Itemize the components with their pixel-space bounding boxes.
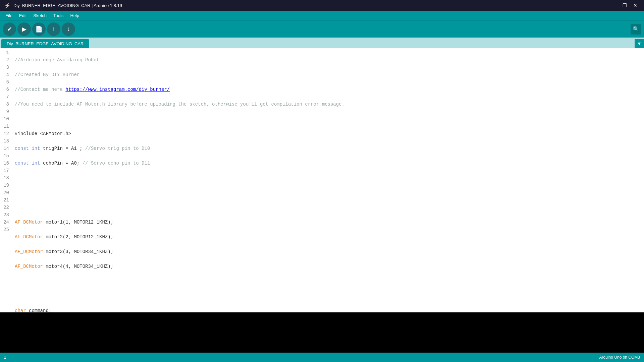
code-line-6: #include <AFMotor.h> [15, 130, 641, 137]
menu-help[interactable]: Help [67, 12, 82, 19]
title-bar-left: ⚡ Diy_BURNER_EDGE_AVOIDING_CAR | Arduino… [4, 2, 122, 9]
code-line-4: //You need to include AF Motor.h library… [15, 101, 641, 108]
save-button[interactable]: ↓ [62, 22, 75, 36]
status-right: Arduino Uno on COM3 [599, 355, 640, 360]
minimize-button[interactable]: — [609, 2, 619, 9]
tab-scroll-button[interactable]: ▼ [635, 39, 644, 48]
menu-file[interactable]: File [3, 12, 15, 19]
toolbar: ✔ ▶ 📄 ↑ ↓ 🔍 [0, 20, 644, 38]
code-line-3: //Contact me here https://www.instagram.… [15, 86, 641, 93]
verify-button[interactable]: ✔ [3, 22, 16, 36]
menu-sketch[interactable]: Sketch [31, 12, 49, 19]
title-bar: ⚡ Diy_BURNER_EDGE_AVOIDING_CAR | Arduino… [0, 0, 644, 11]
search-button[interactable]: 🔍 [631, 24, 641, 35]
app-icon: ⚡ [4, 2, 11, 9]
code-line-11 [15, 204, 641, 211]
code-line-7: const int trigPin = A1 ; //Servo trig pi… [15, 145, 641, 152]
code-line-2: //Created By DIY Burner [15, 71, 641, 78]
line-numbers: 12345 678910 1112131415 1617181920 21222… [0, 48, 12, 312]
code-line-9 [15, 174, 641, 182]
code-line-15: AF_DCMotor motor4(4, MOTOR34_1KHZ); [15, 263, 641, 270]
code-line-13: AF_DCMotor motor2(2, MOTOR12_1KHZ); [15, 233, 641, 241]
code-line-10 [15, 189, 641, 196]
window-title: Diy_BURNER_EDGE_AVOIDING_CAR | Arduino 1… [13, 3, 122, 8]
close-button[interactable]: ✕ [631, 2, 640, 9]
code-line-16 [15, 278, 641, 285]
code-line-1: //Arduino edge Avoidaing Robot [15, 56, 641, 64]
menu-edit[interactable]: Edit [16, 12, 29, 19]
editor: 12345 678910 1112131415 1617181920 21222… [0, 48, 644, 312]
code-line-5 [15, 115, 641, 123]
code-line-18: char command; [15, 307, 641, 312]
status-left: 1 [4, 355, 6, 360]
menu-tools[interactable]: Tools [51, 12, 66, 19]
open-button[interactable]: ↑ [47, 22, 60, 36]
menu-bar: File Edit Sketch Tools Help [0, 11, 644, 20]
new-button[interactable]: 📄 [32, 22, 46, 36]
tab-bar: Diy_BURNER_EDGE_AVOIDING_CAR ▼ [0, 38, 644, 48]
code-line-14: AF_DCMotor motor3(3, MOTOR34_1KHZ); [15, 248, 641, 255]
code-content[interactable]: //Arduino edge Avoidaing Robot //Created… [12, 48, 644, 312]
editor-tab[interactable]: Diy_BURNER_EDGE_AVOIDING_CAR [1, 39, 89, 48]
code-line-12: AF_DCMotor motor1(1, MOTOR12_1KHZ); [15, 219, 641, 226]
code-line-8: const int echoPin = A0; // Servo echo pi… [15, 160, 641, 167]
code-line-17 [15, 292, 641, 300]
code-area[interactable]: 12345 678910 1112131415 1617181920 21222… [0, 48, 644, 312]
tab-label: Diy_BURNER_EDGE_AVOIDING_CAR [7, 41, 84, 46]
title-bar-controls: — ❐ ✕ [609, 2, 640, 9]
maximize-button[interactable]: ❐ [620, 2, 629, 9]
status-bar: 1 Arduino Uno on COM3 [0, 353, 644, 362]
upload-button[interactable]: ▶ [17, 22, 31, 36]
console-area [0, 312, 644, 353]
